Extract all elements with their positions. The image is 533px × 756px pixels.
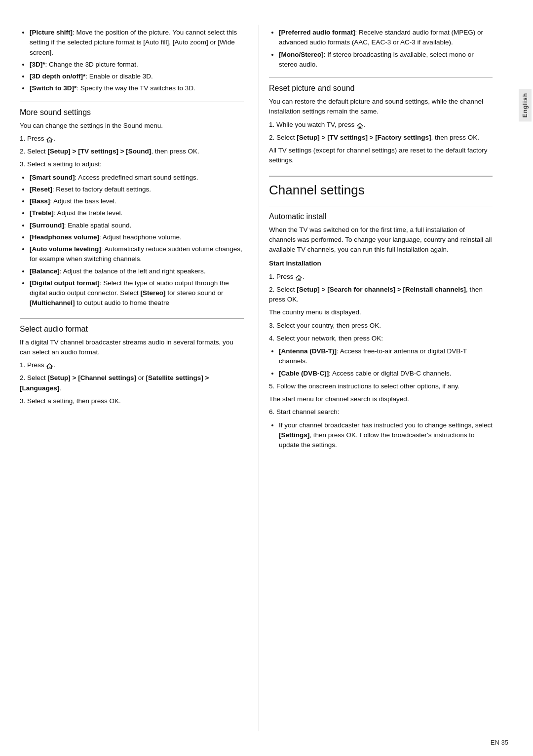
step2-path: [Setup] > [TV settings] > [Factory setti… [297, 134, 431, 141]
channel-settings-divider [269, 176, 493, 177]
bullet-label-stereo: [Stereo] [140, 289, 165, 297]
left-column: [Picture shift]: Move the position of th… [20, 25, 259, 731]
list-item: [Reset]: Reset to factory default settin… [30, 185, 244, 194]
bullet-text: : Specify the way the TV switches to 3D. [76, 84, 195, 92]
more-sound-step3: 3. Select a setting to adjust: [20, 159, 244, 169]
step2-or: or [136, 374, 146, 381]
svg-marker-1 [47, 364, 52, 369]
automatic-install-title: Automatic install [269, 212, 493, 221]
list-item: [Cable (DVB-C)]: Access cable or digital… [279, 369, 493, 378]
auto-install-step4: 4. Select your network, then press OK: [269, 334, 493, 343]
list-item: [Mono/Stereo]: If stereo broadcasting is… [279, 50, 493, 70]
section-divider-2 [20, 318, 244, 319]
auto-install-step6: 6. Start channel search: [269, 407, 493, 417]
step2-prefix: 2. Select [20, 148, 47, 155]
bullet-label: [Smart sound] [30, 174, 75, 181]
list-item: [Switch to 3D]*: Specify the way the TV … [30, 83, 244, 93]
list-item: [Headphones volume]: Adjust headphone vo… [30, 232, 244, 242]
preferred-audio-bullets-list: [Preferred audio format]: Receive standa… [279, 28, 493, 70]
step1-label: 1. Press [20, 135, 44, 142]
home-icon [46, 362, 53, 368]
section-divider-4 [269, 206, 493, 206]
bullet-text: : Adjust the treble level. [54, 209, 123, 217]
select-audio-format-title: Select audio format [20, 325, 244, 334]
start-installation-label: Start installation [269, 259, 493, 268]
more-sound-step2: 2. Select [Setup] > [TV settings] > [Sou… [20, 147, 244, 156]
bullet-label: [Preferred audio format] [279, 29, 355, 36]
bullet-label: [Balance] [30, 267, 60, 275]
more-sound-bullets-list: [Smart sound]: Access predefined smart s… [30, 173, 244, 308]
list-item: [Bass]: Adjust the bass level. [30, 196, 244, 206]
step1-label: 1. Press [20, 361, 44, 369]
bullet-label: [3D]* [30, 61, 45, 68]
bullet-label: [Picture shift] [30, 29, 73, 36]
step2-suffix: . [59, 384, 61, 392]
page-number: EN 35 [491, 739, 508, 746]
bullet-text: : Adjust the balance of the left and rig… [60, 267, 206, 275]
intro-bullets-list: [Picture shift]: Move the position of th… [30, 28, 244, 94]
svg-marker-0 [47, 137, 52, 142]
list-item: [Treble]: Adjust the treble level. [30, 208, 244, 218]
auto-install-country-menu: The country menu is displayed. [269, 307, 493, 317]
bullet-label: [Mono/Stereo] [279, 51, 324, 58]
bullet-text: : Reset to factory default settings. [52, 186, 151, 193]
bullet-text: If your channel broadcaster has instruct… [279, 421, 493, 429]
auto-install-step5: 5. Follow the onscreen instructions to s… [269, 381, 493, 391]
list-item: [Auto volume leveling]: Automatically re… [30, 244, 244, 265]
svg-marker-3 [296, 275, 302, 280]
select-audio-step3: 3. Select a setting, then press OK. [20, 396, 244, 406]
network-bullets-list: [Antenna (DVB-T)]: Access free-to-air an… [279, 346, 493, 378]
more-sound-intro: You can change the settings in the Sound… [20, 121, 244, 131]
home-icon [46, 136, 53, 142]
svg-marker-2 [357, 123, 363, 128]
main-content: [Picture shift]: Move the position of th… [0, 15, 517, 741]
step2-suffix: , then press OK. [151, 148, 199, 155]
reset-picture-sound-section: Reset picture and sound You can restore … [269, 84, 493, 166]
reset-intro: You can restore the default picture and … [269, 97, 493, 117]
select-audio-intro: If a digital TV channel broadcaster stre… [20, 338, 244, 358]
bullet-text: : Adjust headphone volume. [99, 233, 182, 241]
bullet-label-settings: [Settings] [279, 431, 309, 439]
select-audio-step2: 2. Select [Setup] > [Channel settings] o… [20, 373, 244, 393]
more-sound-settings-title: More sound settings [20, 108, 244, 117]
list-item: [Balance]: Adjust the balance of the lef… [30, 266, 244, 276]
bullet-text: : Access cable or digital DVB-C channels… [329, 370, 451, 377]
list-item: [Smart sound]: Access predefined smart s… [30, 173, 244, 183]
select-audio-step1: 1. Press . [20, 360, 244, 370]
bullet-label: [Headphones volume] [30, 233, 99, 241]
list-item: [Surround]: Enable spatial sound. [30, 221, 244, 230]
reset-step1: 1. While you watch TV, press . [269, 120, 493, 130]
sidebar-language-label: English [519, 89, 532, 121]
home-icon [357, 122, 363, 128]
step2-prefix: 2. Select [20, 374, 47, 381]
step2-prefix: 2. Select [269, 134, 297, 141]
step2-suffix: , then press OK. [431, 134, 480, 141]
bullet-label: [Antenna (DVB-T)] [279, 347, 337, 355]
channel-settings-title: Channel settings [269, 183, 493, 198]
step2-path: [Setup] > [Search for channels] > [Reins… [297, 286, 466, 293]
sidebar-tab: English [517, 89, 533, 121]
step1-label: 1. While you watch TV, press [269, 121, 354, 128]
automatic-install-intro: When the TV was switched on for the firs… [269, 225, 493, 255]
list-item: [3D depth on/off]*: Enable or disable 3D… [30, 72, 244, 81]
reset-picture-sound-title: Reset picture and sound [269, 84, 493, 93]
bullet-label-multi: [Multichannel] [30, 299, 75, 306]
bullet-label: [Surround] [30, 222, 64, 229]
list-item: [3D]*: Change the 3D picture format. [30, 60, 244, 70]
bullet-label: [Reset] [30, 186, 52, 193]
more-sound-settings-section: More sound settings You can change the s… [20, 108, 244, 308]
auto-install-step1: 1. Press . [269, 272, 493, 282]
select-audio-format-section: Select audio format If a digital TV chan… [20, 325, 244, 407]
bullet-label: [Bass] [30, 197, 50, 205]
list-item: [Digital output format]: Select the type… [30, 278, 244, 308]
auto-install-step3: 3. Select your country, then press OK. [269, 321, 493, 331]
bullet-label: [Switch to 3D]* [30, 84, 76, 92]
section-divider [20, 102, 244, 102]
page-container: English [Picture shift]: Move the positi… [0, 0, 533, 756]
bullet-text: : Change the 3D picture format. [45, 61, 138, 68]
bullet-text-3: to output audio to home theatre [75, 299, 169, 306]
list-item: [Antenna (DVB-T)]: Access free-to-air an… [279, 346, 493, 367]
step2-prefix: 2. Select [269, 286, 297, 293]
step1-label: 1. Press [269, 273, 294, 280]
list-item: [Picture shift]: Move the position of th… [30, 28, 244, 58]
